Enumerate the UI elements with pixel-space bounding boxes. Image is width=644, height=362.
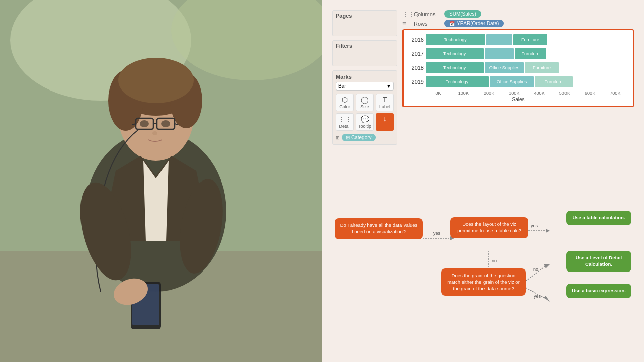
chart-row-2017: 2017 Technology Furniture xyxy=(409,48,628,59)
color-icon: ⬡ xyxy=(342,96,348,104)
bar-2017-furniture: Furniture xyxy=(515,48,546,59)
size-label: Size xyxy=(360,104,369,109)
columns-shelf: ⋮⋮⋮ Columns SUM(Sales) xyxy=(403,10,634,18)
calendar-icon: 📅 xyxy=(449,21,455,26)
x-tick-100: 100K xyxy=(451,90,476,96)
flowchart-box2-text: Does the layout of the viz permit me to … xyxy=(457,221,521,233)
svg-text:yes: yes xyxy=(531,223,538,228)
photo-background xyxy=(0,0,322,362)
bars-2017: Technology Furniture xyxy=(426,48,546,59)
flowchart-box2: Does the layout of the viz permit me to … xyxy=(450,217,528,238)
pages-content xyxy=(333,21,397,36)
category-grid-icon: ⊞ xyxy=(346,135,350,140)
year-2018: 2018 xyxy=(409,65,424,71)
rows-pill[interactable]: 📅 YEAR(Order Date) xyxy=(444,20,504,27)
tableau-section: Pages Filters Marks Bar ▼ xyxy=(332,10,634,145)
chart-row-2018: 2018 Technology Office Supplies Furnitur… xyxy=(409,62,628,73)
svg-text:yes: yes xyxy=(433,231,441,236)
x-axis-label: Sales xyxy=(409,97,628,102)
marks-section: Marks Bar ▼ ⬡ Color ◯ Size xyxy=(332,70,397,145)
svg-point-17 xyxy=(152,131,157,135)
filters-content xyxy=(333,51,397,66)
category-row: ⊞ ⊞ Category xyxy=(336,134,394,141)
flowchart-result1: Use a table calculation. xyxy=(566,211,631,225)
bar-2018-tech: Technology xyxy=(426,62,484,73)
table-icon: ⊞ xyxy=(336,135,340,140)
path-button[interactable]: ↓ xyxy=(376,113,394,131)
color-button[interactable]: ⬡ Color xyxy=(336,94,354,111)
label-icon: T xyxy=(383,96,387,104)
marks-type-dropdown[interactable]: Bar ▼ xyxy=(336,82,394,90)
tooltip-label: Tooltip xyxy=(358,124,371,129)
x-tick-500: 500K xyxy=(552,90,577,96)
svg-text:yes: yes xyxy=(534,294,541,299)
flowchart-section: yes yes no no yes Do I alr xyxy=(332,155,634,352)
bar-2018-furniture: Furniture xyxy=(525,62,559,73)
path-icon: ↓ xyxy=(383,115,387,123)
flowchart-result1-text: Use a table calculation. xyxy=(572,215,625,220)
x-axis: 0K 100K 200K 300K 400K 500K 600K 700K xyxy=(409,90,628,96)
svg-marker-33 xyxy=(544,264,550,268)
flowchart-result3-text: Use a basic expression. xyxy=(572,288,626,293)
chart-row-2019: 2019 Technology Office Supplies Furnitur… xyxy=(409,76,628,87)
marks-icons-group: ⬡ Color ◯ Size T Label ⋮⋮ xyxy=(336,94,394,131)
x-tick-300: 300K xyxy=(502,90,527,96)
chart-area: 2016 Technology Furniture 2017 Technolog… xyxy=(403,29,634,107)
flowchart-box3: Does the grain of the question match eit… xyxy=(441,268,526,296)
color-label: Color xyxy=(339,104,350,109)
dropdown-arrow-icon: ▼ xyxy=(386,83,391,89)
bar-2019-furniture: Furniture xyxy=(535,76,573,87)
label-button[interactable]: T Label xyxy=(376,94,394,111)
bars-2016: Technology Furniture xyxy=(426,34,547,45)
size-icon: ◯ xyxy=(361,96,369,104)
bar-2017-office-gap xyxy=(485,48,514,59)
right-panel: Pages Filters Marks Bar ▼ xyxy=(322,0,644,362)
flowchart-result2-text: Use a Level of Detail Calculation. xyxy=(576,255,622,267)
bar-2018-office: Office Supplies xyxy=(485,62,524,73)
detail-button[interactable]: ⋮⋮ Detail xyxy=(336,113,354,131)
tooltip-icon: 💬 xyxy=(361,115,369,123)
flowchart-result3: Use a basic expression. xyxy=(566,284,631,298)
columns-pill[interactable]: SUM(Sales) xyxy=(444,10,481,18)
svg-marker-27 xyxy=(546,229,550,233)
label-label: Label xyxy=(379,104,390,109)
pages-section: Pages xyxy=(332,10,397,36)
tooltip-button[interactable]: 💬 Tooltip xyxy=(356,113,374,131)
detail-icon: ⋮⋮ xyxy=(338,115,352,123)
bars-2018: Technology Office Supplies Furniture xyxy=(426,62,559,73)
x-tick-700: 700K xyxy=(603,90,628,96)
svg-text:no: no xyxy=(533,267,538,272)
filters-section: Filters xyxy=(332,40,397,66)
x-tick-200: 200K xyxy=(476,90,502,96)
bar-2019-tech: Technology xyxy=(426,76,489,87)
x-tick-0: 0K xyxy=(426,90,451,96)
svg-point-16 xyxy=(161,120,170,127)
flowchart: yes yes no no yes Do I alr xyxy=(335,203,631,304)
photo-panel xyxy=(0,0,322,362)
svg-point-15 xyxy=(140,120,149,127)
rows-pill-label: YEAR(Order Date) xyxy=(457,21,499,26)
columns-icon: ⋮⋮⋮ xyxy=(403,11,411,18)
rows-label: Rows xyxy=(414,21,441,27)
bars-2019: Technology Office Supplies Furniture xyxy=(426,76,573,87)
year-2016: 2016 xyxy=(409,37,424,43)
bar-2016-furniture: Furniture xyxy=(513,34,547,45)
size-button[interactable]: ◯ Size xyxy=(356,94,374,111)
filters-label: Filters xyxy=(333,41,397,51)
flowchart-box1-text: Do I already have all the data values I … xyxy=(340,222,418,234)
year-2019: 2019 xyxy=(409,79,424,85)
flowchart-result2: Use a Level of Detail Calculation. xyxy=(566,251,631,272)
category-pill[interactable]: ⊞ Category xyxy=(342,134,376,141)
rows-icon: ≡ xyxy=(403,20,411,27)
tableau-sidebar: Pages Filters Marks Bar ▼ xyxy=(332,10,403,145)
category-label: Category xyxy=(351,135,372,140)
svg-text:no: no xyxy=(492,258,497,263)
chart-row-2016: 2016 Technology Furniture xyxy=(409,34,628,45)
flowchart-box1: Do I already have all the data values I … xyxy=(335,218,423,239)
x-tick-600: 600K xyxy=(578,90,603,96)
tableau-main: ⋮⋮⋮ Columns SUM(Sales) ≡ Rows 📅 YEAR(Ord… xyxy=(403,10,634,145)
svg-point-9 xyxy=(118,58,194,103)
flowchart-box3-text: Does the grain of the question match eit… xyxy=(447,273,520,291)
pages-label: Pages xyxy=(333,11,397,21)
rows-shelf: ≡ Rows 📅 YEAR(Order Date) xyxy=(403,20,634,27)
